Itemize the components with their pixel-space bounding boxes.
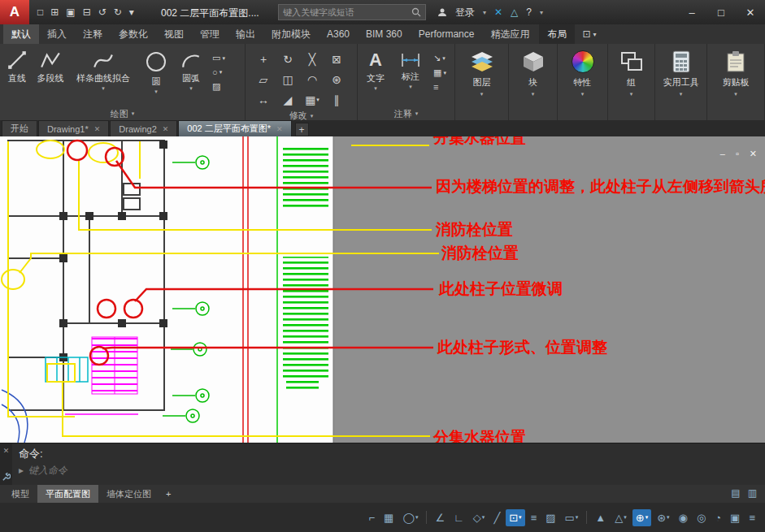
- drawing-minimize-button[interactable]: –: [720, 149, 725, 158]
- mirror-icon[interactable]: ◫: [282, 73, 293, 86]
- arc-button[interactable]: 圆弧 ▾: [174, 45, 208, 91]
- help-icon[interactable]: ?: [526, 6, 532, 18]
- maximize-button[interactable]: □: [706, 0, 736, 24]
- hardware-acceleration-icon[interactable]: ◔: [711, 509, 724, 526]
- drawing-restore-button[interactable]: ▫: [736, 149, 739, 158]
- file-tab-close-icon[interactable]: ✕: [163, 125, 169, 133]
- stretch-icon[interactable]: ↔: [258, 93, 269, 106]
- help-dropdown-icon[interactable]: ▾: [540, 9, 543, 16]
- customization-icon[interactable]: ≡: [745, 509, 758, 526]
- explode-icon[interactable]: ⊛: [332, 73, 341, 86]
- quick-view-drawings-icon[interactable]: ▥: [748, 487, 757, 499]
- object-snap-icon[interactable]: ⊡▾: [506, 509, 524, 526]
- wrench-icon[interactable]: [2, 473, 11, 482]
- offset-icon[interactable]: ∥: [334, 93, 340, 106]
- quick-view-layouts-icon[interactable]: ▤: [731, 487, 740, 499]
- file-tab-current[interactable]: 002 二层平面布置图* ✕: [178, 120, 291, 136]
- layout-tab-walls[interactable]: 墙体定位图: [98, 485, 159, 504]
- new-layout-button[interactable]: +: [159, 487, 177, 500]
- exchange-apps-icon[interactable]: ✕: [494, 6, 502, 18]
- ribbon-tab-addins[interactable]: 附加模块: [263, 24, 319, 44]
- ribbon-tab-manage[interactable]: 管理: [192, 24, 228, 44]
- close-button[interactable]: ✕: [736, 0, 765, 24]
- annotation-monitor-icon[interactable]: ◉: [676, 509, 691, 526]
- polar-tracking-icon[interactable]: ◇▾: [470, 509, 489, 526]
- utilities-button[interactable]: 实用工具 ▾: [663, 44, 699, 120]
- clean-screen-icon[interactable]: ▣: [727, 509, 743, 526]
- block-button[interactable]: 块 ▾: [522, 44, 545, 120]
- ribbon-tab-output[interactable]: 输出: [228, 24, 263, 44]
- command-close-icon[interactable]: ✕: [3, 447, 10, 455]
- minimize-button[interactable]: –: [677, 0, 706, 24]
- workspace-switching-icon[interactable]: ⊛▾: [654, 509, 672, 526]
- file-tab-start[interactable]: 开始: [2, 120, 37, 136]
- drawing-close-button[interactable]: ✕: [750, 149, 757, 158]
- command-input[interactable]: [28, 465, 289, 476]
- copy-icon[interactable]: ▱: [259, 73, 268, 86]
- multileader-icon[interactable]: ↘ ▾: [433, 53, 446, 63]
- search-icon[interactable]: [411, 7, 421, 17]
- ribbon-display-toggle[interactable]: ⊡ ▾: [575, 24, 603, 44]
- line-button[interactable]: 直线: [2, 45, 33, 84]
- selection-cycling-icon[interactable]: ▭▾: [562, 509, 582, 526]
- open-icon[interactable]: ⊞: [50, 6, 59, 18]
- ribbon-tab-home[interactable]: 默认: [3, 24, 39, 44]
- lineweight-icon[interactable]: ≡: [528, 509, 541, 526]
- array-icon[interactable]: ▦ ▾: [305, 93, 319, 106]
- hatch-icon[interactable]: ▨: [212, 81, 225, 92]
- grid-icon[interactable]: ▦: [380, 509, 397, 526]
- qat-dropdown-icon[interactable]: ▾: [129, 6, 134, 18]
- ribbon-tab-a360[interactable]: A360: [319, 24, 358, 44]
- ribbon-tab-performance[interactable]: Performance: [411, 24, 483, 44]
- group-button[interactable]: 组 ▾: [620, 44, 643, 120]
- ribbon-tab-view[interactable]: 视图: [156, 24, 192, 44]
- annotation-visibility-icon[interactable]: ▲: [592, 509, 609, 526]
- autoscale-icon[interactable]: △▾: [611, 509, 630, 526]
- file-tab-drawing1[interactable]: Drawing1* ✕: [38, 120, 109, 136]
- layout-tab-model[interactable]: 模型: [3, 485, 37, 504]
- ribbon-tab-insert[interactable]: 插入: [39, 24, 75, 44]
- spline-fit-button[interactable]: 样条曲线拟合 ▾: [68, 45, 138, 91]
- signin-dropdown-icon[interactable]: ▾: [483, 9, 486, 16]
- search-input[interactable]: [283, 7, 408, 17]
- app-menu-button[interactable]: A: [0, 0, 29, 24]
- undo-icon[interactable]: ↺: [98, 6, 106, 18]
- erase-icon[interactable]: ⊠: [332, 53, 341, 66]
- ribbon-tab-bim360[interactable]: BIM 360: [358, 24, 411, 44]
- object-snap-tracking-icon[interactable]: ╱: [490, 509, 503, 526]
- circle-button[interactable]: 圆 ▾: [138, 45, 174, 94]
- ribbon-tab-featured-apps[interactable]: 精选应用: [482, 24, 537, 44]
- polyline-button[interactable]: 多段线: [33, 45, 68, 84]
- properties-button[interactable]: 特性 ▾: [572, 44, 594, 120]
- snap-icon[interactable]: ◯▾: [399, 509, 421, 526]
- save-icon[interactable]: ▣: [66, 6, 75, 18]
- layout-tab-plan[interactable]: 平面配置图: [37, 485, 98, 504]
- fillet-icon[interactable]: ◠: [307, 73, 317, 86]
- isolate-objects-icon[interactable]: ◎: [693, 509, 709, 526]
- notification-icon[interactable]: △: [511, 6, 518, 18]
- ribbon-tab-annotate[interactable]: 注释: [75, 24, 111, 44]
- text-button[interactable]: A 文字 ▾: [359, 45, 392, 91]
- signin-button[interactable]: 登录: [455, 6, 475, 19]
- table-icon[interactable]: ▦ ▾: [433, 67, 446, 78]
- ortho-icon[interactable]: ∟: [450, 509, 467, 526]
- scale-icon[interactable]: ◢: [284, 93, 293, 106]
- ribbon-tab-layout[interactable]: 布局: [539, 24, 575, 44]
- text-style-icon[interactable]: ≡: [433, 82, 446, 92]
- annotation-scale-icon[interactable]: ⊕▾: [632, 509, 651, 526]
- rectangle-icon[interactable]: ▭ ▾: [212, 53, 225, 63]
- layers-button[interactable]: 图层 ▾: [470, 44, 494, 120]
- ribbon-tab-parametric[interactable]: 参数化: [111, 24, 156, 44]
- rotate-icon[interactable]: ↻: [283, 53, 293, 66]
- plot-icon[interactable]: ⊟: [83, 6, 91, 18]
- file-tab-drawing2[interactable]: Drawing2 ✕: [110, 120, 177, 136]
- trim-icon[interactable]: ╳: [309, 53, 315, 66]
- file-tab-close-icon[interactable]: ✕: [276, 125, 283, 133]
- transparency-icon[interactable]: ▨: [542, 509, 559, 526]
- infer-icon[interactable]: ∠: [432, 509, 448, 526]
- drawing-canvas[interactable]: 分集水器位置 因为楼梯位置的调整，此处柱子从左侧移到箭头所 消防栓位置 消防栓位…: [0, 136, 765, 443]
- new-drawing-tab-button[interactable]: +: [295, 123, 309, 136]
- dimension-button[interactable]: 标注 ▾: [392, 45, 429, 89]
- drafting-coords-icon[interactable]: ⌐: [366, 509, 379, 526]
- new-file-icon[interactable]: □: [37, 6, 43, 18]
